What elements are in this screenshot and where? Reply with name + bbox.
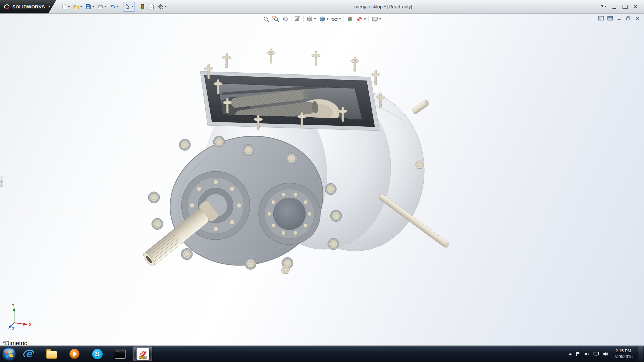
- reference-triad: Y X Z: [7, 303, 36, 331]
- taskbar-solidworks[interactable]: 2015: [133, 347, 152, 361]
- triad-y-label: Y: [12, 303, 14, 308]
- hide-show-items-button[interactable]: [330, 15, 342, 23]
- minimize-button[interactable]: [609, 3, 619, 10]
- taskbar-command-prompt[interactable]: [111, 347, 129, 361]
- chevron-left-icon: [1, 180, 2, 183]
- help-button[interactable]: ?: [598, 3, 608, 10]
- document-window-controls: [598, 15, 641, 21]
- select-button[interactable]: [123, 2, 135, 12]
- windows-start-orb-icon: [2, 347, 16, 361]
- toolbar-separator: [344, 16, 344, 22]
- zoom-to-fit-button[interactable]: [262, 15, 271, 23]
- zoom-to-area-icon: [272, 16, 279, 22]
- rebuild-traffic-light-icon: [140, 4, 146, 10]
- top-cover-opening[interactable]: [200, 49, 385, 131]
- dropdown-arrow-icon[interactable]: [116, 6, 118, 7]
- menu-expand-arrow[interactable]: [49, 5, 50, 8]
- x-axis-arrow: [23, 323, 28, 326]
- file-properties-button[interactable]: [147, 2, 156, 12]
- open-folder-icon: [73, 4, 79, 10]
- maximize-icon: [623, 5, 628, 9]
- dropdown-arrow-icon[interactable]: [104, 6, 106, 7]
- dropdown-arrow-icon[interactable]: [327, 18, 329, 20]
- dropdown-arrow-icon[interactable]: [379, 18, 381, 20]
- dropdown-arrow-icon[interactable]: [314, 18, 316, 20]
- close-button[interactable]: [631, 3, 641, 10]
- taskbar-internet-explorer[interactable]: e: [19, 347, 38, 361]
- windows-explorer-folder-icon: [46, 351, 57, 359]
- dropdown-arrow-icon[interactable]: [165, 6, 167, 7]
- undo-button[interactable]: [108, 2, 120, 12]
- previous-view-icon: [282, 16, 288, 22]
- dropdown-arrow-icon[interactable]: [92, 6, 94, 7]
- solidworks-version-badge: 2015: [137, 356, 149, 360]
- section-view-button[interactable]: [293, 15, 302, 23]
- main-toolbar: [56, 0, 168, 13]
- view-orientation-cube-icon: [307, 16, 313, 22]
- section-view-icon: [294, 16, 301, 22]
- print-button[interactable]: [96, 2, 108, 12]
- toolbar-separator: [304, 16, 304, 22]
- heads-up-view-toolbar: [262, 15, 382, 23]
- save-button[interactable]: [84, 2, 96, 12]
- graphics-area[interactable]: Y X Z *Dimetric: [0, 14, 644, 346]
- close-icon: [635, 16, 639, 20]
- maximize-button[interactable]: [620, 3, 630, 10]
- dropdown-arrow-icon[interactable]: [604, 6, 606, 7]
- dropdown-arrow-icon[interactable]: [131, 6, 133, 7]
- edit-appearance-button[interactable]: [346, 15, 355, 23]
- print-icon: [97, 4, 103, 10]
- apply-scene-button[interactable]: [355, 15, 367, 23]
- taskbar-windows-explorer[interactable]: [42, 347, 61, 361]
- y-axis-arrow: [13, 307, 16, 311]
- dropdown-arrow-icon[interactable]: [80, 6, 82, 7]
- solidworks-logo: SOLIDWORKS: [0, 0, 56, 13]
- hide-show-glasses-icon: [331, 16, 338, 22]
- internet-explorer-icon: e: [23, 348, 35, 360]
- view-settings-button[interactable]: [371, 15, 382, 23]
- display-style-button[interactable]: [318, 15, 330, 23]
- options-button[interactable]: [156, 2, 168, 12]
- edit-appearance-sphere-icon: [347, 16, 354, 22]
- toolbar-separator: [369, 16, 369, 22]
- dropdown-arrow-icon[interactable]: [68, 6, 70, 7]
- view-orientation-label: *Dimetric: [3, 340, 27, 346]
- options-gear-icon: [158, 4, 164, 10]
- pane-split-button[interactable]: [598, 15, 604, 21]
- new-document-button[interactable]: [60, 2, 71, 12]
- open-button[interactable]: [72, 2, 84, 12]
- new-document-icon: [61, 4, 67, 10]
- start-button[interactable]: [0, 346, 18, 362]
- document-close-button[interactable]: [634, 15, 641, 21]
- taskbar-media-player[interactable]: [65, 347, 84, 361]
- zoom-to-area-button[interactable]: [271, 15, 280, 23]
- display-icon[interactable]: [593, 351, 599, 357]
- previous-view-button[interactable]: [281, 15, 289, 23]
- right-bearing-cover[interactable]: [259, 183, 320, 245]
- taskbar-skype[interactable]: S: [88, 347, 107, 361]
- toolbar-separator: [291, 16, 291, 22]
- system-tray: 2:15 PM 7/28/2015: [569, 346, 644, 362]
- pane-full-button[interactable]: [607, 15, 613, 21]
- usb-device-icon[interactable]: [584, 351, 590, 357]
- dropdown-arrow-icon[interactable]: [364, 18, 366, 20]
- ds-swirl-icon: [3, 3, 10, 10]
- view-settings-icon: [372, 16, 378, 22]
- action-center-flag-icon[interactable]: [576, 351, 580, 357]
- view-orientation-button[interactable]: [306, 15, 317, 23]
- file-properties-icon: [149, 4, 155, 10]
- triad-z-label: Z: [12, 326, 14, 331]
- dropdown-arrow-icon[interactable]: [339, 18, 341, 20]
- show-desktop-button[interactable]: [638, 346, 643, 362]
- solidworks-window: SOLIDWORKS: [0, 0, 644, 362]
- show-hidden-icons-button[interactable]: [569, 353, 572, 355]
- titlebar: SOLIDWORKS: [0, 0, 644, 14]
- rebuild-button[interactable]: [138, 2, 147, 12]
- document-minimize-button[interactable]: [616, 15, 623, 21]
- document-restore-button[interactable]: [625, 15, 632, 21]
- feature-tree-splitter-handle[interactable]: [0, 176, 3, 187]
- volume-icon[interactable]: [603, 351, 608, 357]
- command-prompt-icon: [115, 350, 126, 359]
- taskbar-clock[interactable]: 2:15 PM 7/28/2015: [612, 348, 634, 360]
- pane-full-icon: [607, 16, 613, 20]
